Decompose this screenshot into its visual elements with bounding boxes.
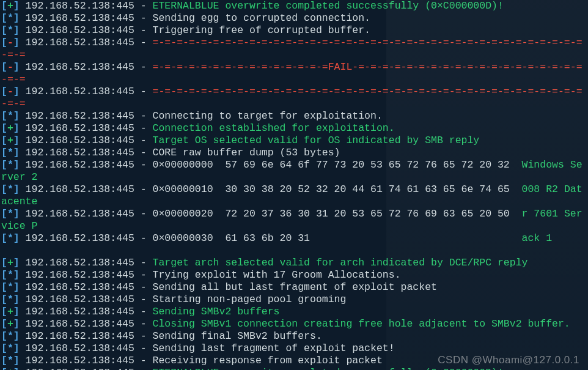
log-host: 192.168.52.138:445 - (20, 232, 153, 244)
log-tag: [-] (1, 37, 20, 48)
log-host: 192.168.52.138:445 - (20, 281, 153, 293)
terminal-line: [*] 192.168.52.138:445 - 0×00000000 57 6… (1, 159, 587, 183)
log-message: Sending SMBv2 buffers (153, 306, 280, 317)
terminal-line: [-] 192.168.52.138:445 - =-=-=-=-=-=-=-=… (1, 61, 587, 86)
terminal-line: [*] 192.168.52.138:445 - Sending egg to … (1, 12, 587, 24)
terminal-line: [+] 192.168.52.138:445 - ETERNALBLUE ove… (1, 0, 587, 12)
log-host: 192.168.52.138:445 - (20, 367, 153, 370)
log-tag: [+] (1, 0, 20, 12)
log-tag: [+] (1, 135, 20, 146)
log-host: 192.168.52.138:445 - (20, 294, 153, 305)
log-tag: [*] (1, 159, 20, 171)
terminal-line: [+] 192.168.52.138:445 - Target OS selec… (1, 135, 587, 147)
terminal-line: [*] 192.168.52.138:445 - Sending all but… (1, 281, 587, 294)
log-message: 0×00000030 61 63 6b 20 31 (153, 232, 510, 244)
log-tag: [*] (1, 330, 20, 342)
log-tag: [+] (1, 367, 20, 370)
log-message: Connecting to target for exploitation. (153, 110, 383, 122)
log-tag: [+] (1, 257, 20, 268)
log-host: 192.168.52.138:445 - (20, 147, 153, 158)
log-tag: [+] (1, 318, 20, 330)
log-host: 192.168.52.138:445 - (20, 306, 153, 317)
terminal-line: [*] 192.168.52.138:445 - Triggering free… (1, 24, 587, 37)
log-host: 192.168.52.138:445 - (20, 110, 153, 122)
terminal-line: [*] 192.168.52.138:445 - Connecting to t… (1, 110, 587, 122)
log-host: 192.168.52.138:445 - (20, 135, 153, 146)
log-message: CORE raw buffer dump (53 bytes) (153, 147, 340, 158)
log-host: 192.168.52.138:445 - (20, 183, 153, 195)
log-host: 192.168.52.138:445 - (20, 269, 153, 281)
log-host: 192.168.52.138:445 - (20, 12, 153, 24)
log-message: Triggering free of corrupted buffer. (153, 24, 370, 36)
terminal-line: [-] 192.168.52.138:445 - =-=-=-=-=-=-=-=… (1, 37, 587, 61)
log-tag: [*] (1, 12, 20, 24)
log-host: 192.168.52.138:445 - (20, 257, 153, 268)
log-host: 192.168.52.138:445 - (20, 330, 153, 342)
terminal-line: [*] 192.168.52.138:445 - Receiving respo… (1, 355, 587, 367)
log-tag: [+] (1, 122, 20, 134)
log-tag: [-] (1, 86, 20, 97)
log-host: 192.168.52.138:445 - (20, 61, 153, 73)
log-message: Receiving response from exploit packet (153, 355, 383, 366)
log-host: 192.168.52.138:445 - (20, 122, 153, 134)
log-message: ETERNALBLUE overwrite completed successf… (153, 367, 504, 370)
terminal-line: [*] 192.168.52.138:445 - 0×00000010 30 3… (1, 183, 587, 208)
log-message: Sending egg to corrupted connection. (153, 12, 370, 24)
log-message: Sending final SMBv2 buffers. (153, 330, 322, 342)
log-host: 192.168.52.138:445 - (20, 37, 153, 48)
log-tag: [*] (1, 232, 20, 244)
terminal-line: [*] 192.168.52.138:445 - 0×00000020 72 2… (1, 208, 587, 232)
log-tag: [*] (1, 294, 20, 305)
log-message: Starting non-paged pool grooming (153, 294, 347, 305)
log-tag: [*] (1, 269, 20, 281)
terminal-line (1, 245, 587, 257)
log-host: 192.168.52.138:445 - (20, 24, 153, 36)
terminal-line: [+] 192.168.52.138:445 - Target arch sel… (1, 257, 587, 269)
terminal-line: [*] 192.168.52.138:445 - 0×00000030 61 6… (1, 232, 587, 245)
log-message: Connection established for exploitation. (153, 122, 395, 134)
log-message: Closing SMBv1 connection creating free h… (153, 318, 570, 330)
terminal-line: [*] 192.168.52.138:445 - Starting non-pa… (1, 294, 587, 306)
log-tag: [*] (1, 183, 20, 195)
log-message: Target arch selected valid for arch indi… (153, 257, 528, 268)
log-message: Sending all but last fragment of exploit… (153, 281, 437, 293)
log-message: Trying exploit with 17 Groom Allocations… (153, 269, 401, 281)
log-message: Sending last fragment of exploit packet! (153, 342, 395, 354)
log-tag: [*] (1, 342, 20, 354)
terminal-line: [*] 192.168.52.138:445 - CORE raw buffer… (1, 147, 587, 159)
log-host: 192.168.52.138:445 - (20, 208, 153, 220)
log-message: 0×00000020 72 20 37 36 30 31 20 53 65 72… (153, 208, 510, 220)
log-host: 192.168.52.138:445 - (20, 159, 153, 171)
terminal-output[interactable]: [+] 192.168.52.138:445 - ETERNALBLUE ove… (0, 0, 588, 370)
log-tag: [*] (1, 208, 20, 220)
log-tag: [-] (1, 61, 20, 73)
log-message: Target OS selected valid for OS indicate… (153, 135, 480, 146)
log-message: ETERNALBLUE overwrite completed successf… (153, 0, 504, 12)
log-message: 0×00000000 57 69 6e 64 6f 77 73 20 53 65… (153, 159, 510, 171)
log-host: 192.168.52.138:445 - (20, 355, 153, 366)
log-tag: [*] (1, 24, 20, 36)
terminal-line: [*] 192.168.52.138:445 - Trying exploit … (1, 269, 587, 281)
terminal-line: [+] 192.168.52.138:445 - Connection esta… (1, 122, 587, 135)
log-host: 192.168.52.138:445 - (20, 0, 153, 12)
log-tag: [*] (1, 281, 20, 293)
terminal-line: [+] 192.168.52.138:445 - Sending SMBv2 b… (1, 306, 587, 318)
terminal-line: [-] 192.168.52.138:445 - =-=-=-=-=-=-=-=… (1, 86, 587, 110)
terminal-line: [+] 192.168.52.138:445 - Closing SMBv1 c… (1, 318, 587, 330)
hex-ascii: ack 1 (510, 232, 552, 244)
terminal-line: [+] 192.168.52.138:445 - ETERNALBLUE ove… (1, 367, 587, 370)
log-host: 192.168.52.138:445 - (20, 318, 153, 330)
log-host: 192.168.52.138:445 - (20, 342, 153, 354)
log-tag: [*] (1, 110, 20, 122)
terminal-line: [*] 192.168.52.138:445 - Sending final S… (1, 330, 587, 342)
log-tag: [*] (1, 355, 20, 366)
terminal-line: [*] 192.168.52.138:445 - Sending last fr… (1, 342, 587, 355)
log-host: 192.168.52.138:445 - (20, 86, 153, 97)
log-tag: [*] (1, 147, 20, 158)
log-tag: [+] (1, 306, 20, 317)
log-message: 0×00000010 30 30 38 20 52 32 20 44 61 74… (153, 183, 510, 195)
